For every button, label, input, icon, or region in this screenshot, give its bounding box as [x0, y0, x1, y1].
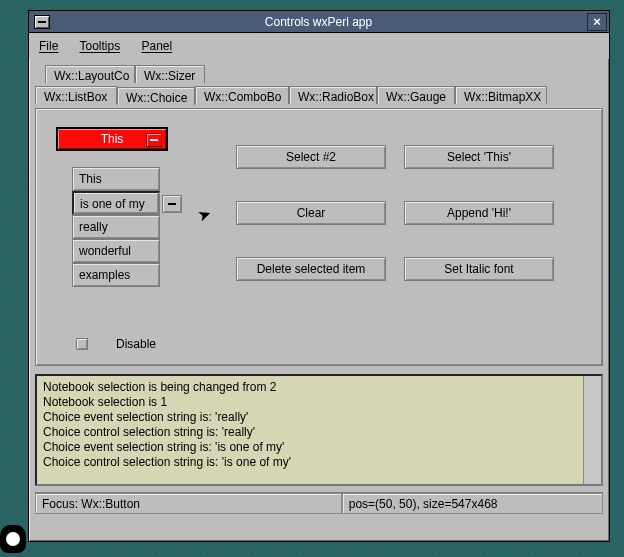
log-line: Notebook selection is being changed from… [43, 380, 595, 395]
log-line: Notebook selection is 1 [43, 395, 595, 410]
list-item[interactable]: This [72, 167, 160, 191]
tab-sizer[interactable]: Wx::Sizer [135, 65, 205, 83]
log-line: Choice event selection string is: 'is on… [43, 440, 595, 455]
clear-button[interactable]: Clear [236, 201, 386, 225]
menu-tooltips[interactable]: Tooltips [79, 39, 120, 53]
menu-panel[interactable]: Panel [142, 39, 173, 53]
choice-panel: This This is one of my really wonderful … [35, 108, 603, 366]
menu-file[interactable]: File [39, 39, 58, 53]
list-item[interactable]: examples [72, 263, 160, 287]
delete-selected-button[interactable]: Delete selected item [236, 257, 386, 281]
status-geometry: pos=(50, 50), size=547x468 [342, 493, 603, 514]
choice-dropdown-value: This [101, 132, 124, 146]
disable-checkbox[interactable] [76, 338, 88, 350]
disable-label: Disable [116, 337, 156, 351]
tab-gauge[interactable]: Wx::Gauge [377, 86, 455, 104]
list-dropdown-toggle[interactable] [162, 195, 182, 213]
choice-dropdown[interactable]: This [56, 127, 168, 151]
close-icon[interactable]: × [587, 13, 607, 31]
log-line: Choice event selection string is: 'reall… [43, 410, 595, 425]
choice-list: This is one of my really wonderful examp… [72, 167, 204, 287]
taskbar-penguin-icon [0, 525, 26, 553]
window-menu-button[interactable] [34, 15, 50, 29]
disable-row: Disable [76, 337, 156, 351]
tab-combobox[interactable]: Wx::ComboBo [195, 86, 289, 104]
dropdown-button-icon[interactable] [146, 133, 162, 147]
set-italic-button[interactable]: Set Italic font [404, 257, 554, 281]
tab-radiobox[interactable]: Wx::RadioBox [289, 86, 377, 104]
notebook-tabs-row-lower: Wx::ListBox Wx::Choice Wx::ComboBo Wx::R… [35, 86, 603, 104]
log-line: Choice control selection string is: 'is … [43, 455, 595, 470]
text-caret [43, 470, 49, 486]
menubar: File Tooltips Panel [29, 33, 609, 59]
client-area: Wx::LayoutCo Wx::Sizer Wx::ListBox Wx::C… [29, 59, 609, 541]
tab-choice[interactable]: Wx::Choice [117, 87, 195, 105]
tab-listbox[interactable]: Wx::ListBox [35, 86, 117, 104]
tab-layout-constraints[interactable]: Wx::LayoutCo [45, 65, 135, 83]
list-item[interactable]: really [72, 215, 160, 239]
window-title: Controls wxPerl app [50, 15, 587, 29]
list-item[interactable]: is one of my [72, 191, 160, 215]
log-scrollbar[interactable] [583, 376, 601, 484]
list-item[interactable]: wonderful [72, 239, 160, 263]
titlebar[interactable]: Controls wxPerl app × [29, 11, 609, 33]
statusbar: Focus: Wx::Button pos=(50, 50), size=547… [35, 492, 603, 514]
log-textarea[interactable]: Notebook selection is being changed from… [35, 374, 603, 486]
notebook-tabs-row-upper: Wx::LayoutCo Wx::Sizer [45, 65, 603, 83]
select-this-button[interactable]: Select 'This' [404, 145, 554, 169]
log-line: Choice control selection string is: 'rea… [43, 425, 595, 440]
append-button[interactable]: Append 'Hi!' [404, 201, 554, 225]
application-window: Controls wxPerl app × File Tooltips Pane… [28, 10, 610, 542]
tab-bitmap[interactable]: Wx::BitmapXX [455, 86, 547, 104]
status-focus: Focus: Wx::Button [35, 493, 342, 514]
select-num-button[interactable]: Select #2 [236, 145, 386, 169]
